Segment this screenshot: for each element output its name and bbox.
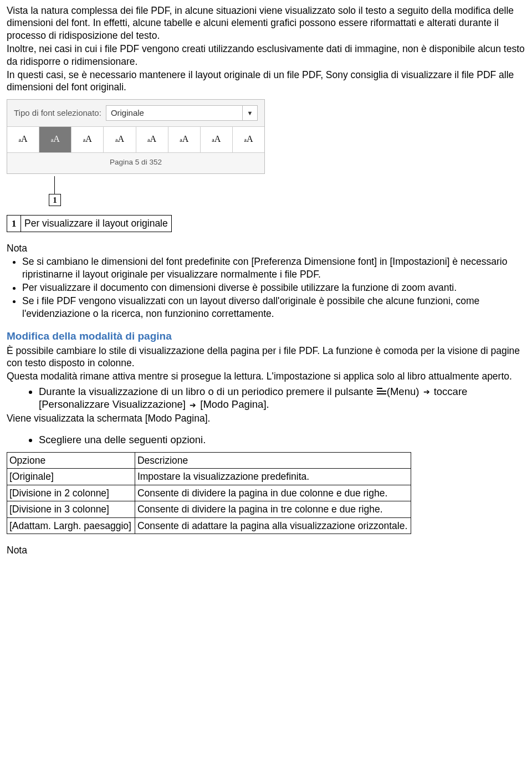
font-size-option-2[interactable]: aA bbox=[39, 127, 71, 152]
list-item: Durante la visualizzazione di un libro o… bbox=[39, 385, 525, 411]
option-cell: [Adattam. Largh. paesaggio] bbox=[7, 517, 135, 534]
list-item: Per visualizzare il documento con dimens… bbox=[22, 281, 525, 294]
arrow-right-icon: ➔ bbox=[190, 401, 196, 411]
font-size-option-4[interactable]: aA bbox=[104, 127, 136, 152]
table-header-row: Opzione Descrizione bbox=[7, 453, 411, 469]
col-header-option: Opzione bbox=[7, 453, 135, 469]
section2-p2: Questa modalità rimane attiva mentre si … bbox=[7, 370, 525, 382]
arrow-right-icon: ➔ bbox=[423, 387, 430, 397]
description-cell: Consente di dividere la pagina in due co… bbox=[135, 485, 411, 501]
step1-text-b: (Menu) bbox=[387, 386, 422, 397]
font-type-label: Tipo di font selezionato: bbox=[14, 107, 101, 118]
list-item: Se si cambiano le dimensioni del font pr… bbox=[22, 255, 525, 280]
legend-table: 1 Per visualizzare il layout originale bbox=[7, 215, 172, 232]
nota-list-1: Se si cambiano le dimensioni del font pr… bbox=[7, 255, 525, 320]
description-cell: Consente di adattare la pagina alla visu… bbox=[135, 517, 411, 534]
list-item: Se i file PDF vengono visualizzati con u… bbox=[22, 295, 525, 320]
section2-p3: Viene visualizzata la schermata [Modo Pa… bbox=[7, 412, 525, 424]
font-size-row: aA aA aA aA aA aA aA aA bbox=[7, 127, 264, 152]
page-status: Pagina 5 di 352 bbox=[7, 152, 264, 173]
table-row: [Divisione in 3 colonne] Consente di div… bbox=[7, 501, 411, 517]
font-size-option-1[interactable]: aA bbox=[7, 127, 39, 152]
col-header-description: Descrizione bbox=[135, 453, 411, 469]
section2-p1: È possibile cambiare lo stile di visuali… bbox=[7, 345, 525, 370]
font-size-option-6[interactable]: aA bbox=[168, 127, 201, 152]
options-table: Opzione Descrizione [Originale] Impostar… bbox=[7, 452, 411, 534]
callout: 1 bbox=[7, 176, 264, 206]
legend-text: Per visualizzare il layout originale bbox=[21, 216, 172, 232]
step1-text-a: Durante la visualizzazione di un libro o… bbox=[39, 386, 376, 397]
font-size-option-3[interactable]: aA bbox=[71, 127, 104, 152]
table-row: [Divisione in 2 colonne] Consente di div… bbox=[7, 485, 411, 501]
nota-heading-1: Nota bbox=[7, 242, 525, 254]
section-heading-page-mode: Modifica della modalità di pagina bbox=[7, 330, 525, 343]
step1-text-d: [Modo Pagina]. bbox=[197, 398, 269, 410]
description-cell: Consente di dividere la pagina in tre co… bbox=[135, 501, 411, 517]
description-cell: Impostare la visualizzazione predefinita… bbox=[135, 469, 411, 485]
font-size-option-7[interactable]: aA bbox=[201, 127, 233, 152]
font-size-option-5[interactable]: aA bbox=[136, 127, 168, 152]
option-cell: [Divisione in 3 colonne] bbox=[7, 501, 135, 517]
legend-number: 1 bbox=[7, 216, 21, 232]
font-type-dropdown[interactable]: Originale ▼ bbox=[106, 105, 258, 121]
chevron-down-icon: ▼ bbox=[242, 106, 257, 120]
option-cell: [Originale] bbox=[7, 469, 135, 485]
list-item: Scegliere una delle seguenti opzioni. bbox=[39, 433, 525, 447]
menu-icon bbox=[377, 388, 386, 396]
callout-number: 1 bbox=[49, 194, 61, 206]
intro-p3: In questi casi, se è necessario mantener… bbox=[7, 69, 525, 94]
table-row: [Adattam. Largh. paesaggio] Consente di … bbox=[7, 517, 411, 534]
font-size-option-8[interactable]: aA bbox=[233, 127, 264, 152]
nota-heading-2: Nota bbox=[7, 544, 525, 556]
font-size-selector-illustration: Tipo di font selezionato: Originale ▼ aA… bbox=[7, 99, 265, 175]
option-cell: [Divisione in 2 colonne] bbox=[7, 485, 135, 501]
font-type-value: Originale bbox=[106, 107, 242, 118]
intro-p1: Vista la natura complessa dei file PDF, … bbox=[7, 4, 525, 42]
table-row: [Originale] Impostare la visualizzazione… bbox=[7, 469, 411, 485]
intro-p2: Inoltre, nei casi in cui i file PDF veng… bbox=[7, 43, 525, 68]
step-list-1: Durante la visualizzazione di un libro o… bbox=[7, 385, 525, 411]
intro-block: Vista la natura complessa dei file PDF, … bbox=[7, 4, 525, 94]
step-list-2: Scegliere una delle seguenti opzioni. bbox=[7, 433, 525, 447]
